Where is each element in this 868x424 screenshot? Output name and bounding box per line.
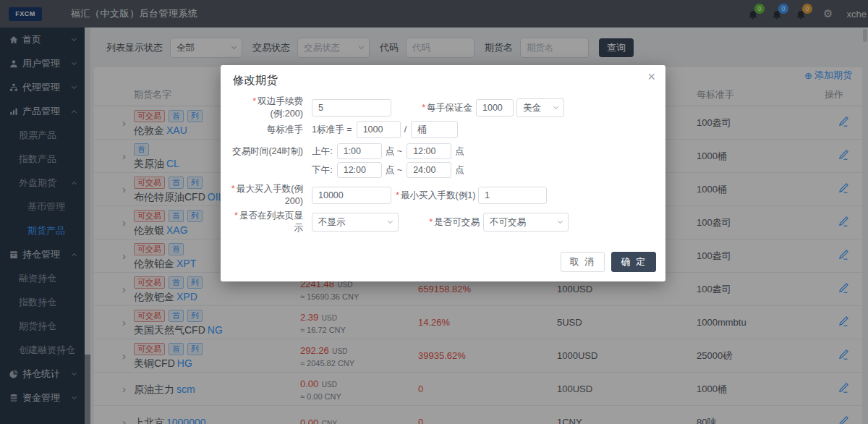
pm-label: 下午: [312, 164, 333, 177]
min-buy-label: 最小买入手数(例1) [396, 190, 472, 202]
am-from-input[interactable] [337, 143, 382, 159]
margin-currency-select[interactable]: 美金 [516, 98, 564, 117]
show-in-list-select[interactable]: 不显示 [312, 213, 399, 232]
show-in-list-value: 不显示 [318, 216, 346, 229]
pm-to-input[interactable] [407, 162, 451, 178]
modal-footer: 取 消 确 定 [561, 252, 656, 272]
margin-input[interactable] [476, 99, 514, 116]
per-std-unit-input[interactable] [411, 121, 458, 138]
max-buy-input[interactable] [312, 187, 391, 204]
per-std-label: 每标准手 [230, 124, 303, 136]
chevron-down-icon [388, 219, 393, 224]
modal-title: 修改期货 [233, 73, 278, 88]
close-icon[interactable]: × [647, 70, 655, 83]
tradable-select[interactable]: 不可交易 [483, 213, 569, 232]
confirm-button[interactable]: 确 定 [611, 252, 656, 272]
tradable-label: 是否可交易 [403, 216, 480, 229]
per-std-input[interactable] [357, 121, 401, 138]
am-label: 上午: [312, 145, 333, 158]
chevron-down-icon [553, 104, 558, 109]
fee-label: 双边手续费(例:200) [230, 96, 303, 120]
pm-from-input[interactable] [337, 162, 382, 178]
page: FXCM 福汇（中文版）后台管理系统 000 ⚙ xche 首页用户管理代理管理… [0, 0, 868, 424]
margin-label: 每手保证金 [396, 102, 472, 114]
fee-input[interactable] [312, 99, 391, 116]
chevron-down-icon [558, 219, 563, 224]
time-separator: 点 ~ [386, 145, 402, 158]
show-in-list-label: 是否在列表页显示 [230, 210, 303, 234]
per-std-prefix: 1标准手 = [312, 124, 352, 136]
min-buy-input[interactable] [478, 187, 547, 204]
time-suffix: 点 [455, 164, 464, 177]
max-buy-label: 最大买入手数(例200) [230, 183, 303, 208]
margin-currency-value: 美金 [523, 102, 541, 114]
cancel-button[interactable]: 取 消 [561, 252, 605, 272]
trade-time-label: 交易时间(24时制) [230, 145, 303, 158]
edit-futures-modal: 修改期货 × 双边手续费(例:200) 每手保证金 美金 每标准手 1标准手 =… [221, 65, 665, 281]
per-std-divider: / [404, 124, 407, 135]
time-suffix: 点 [455, 145, 464, 158]
time-separator: 点 ~ [386, 164, 402, 177]
am-to-input[interactable] [407, 143, 451, 159]
tradable-value: 不可交易 [490, 216, 526, 229]
